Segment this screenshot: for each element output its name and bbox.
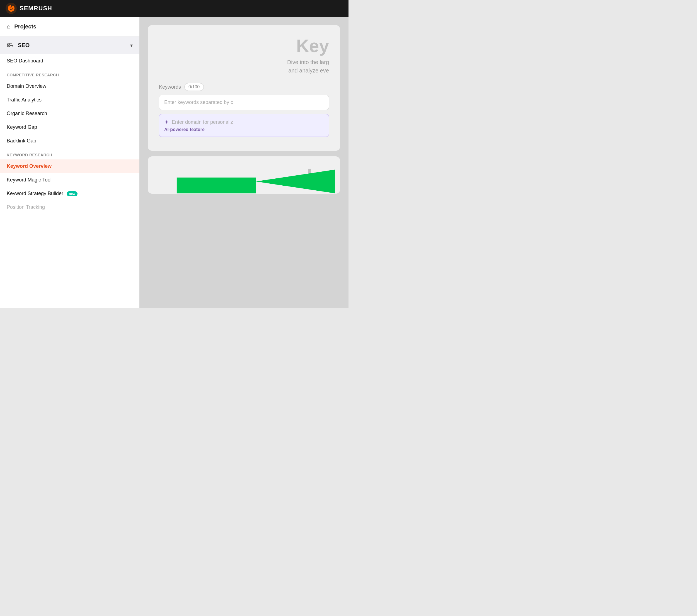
- main-layout: ⌂ Projects SEO ▾ SEO Dashboard: [0, 17, 348, 308]
- keyword-input-placeholder: Enter keywords separated by c: [164, 100, 233, 105]
- keyword-overview-label: Keyword Overview: [7, 163, 51, 169]
- keywords-count-badge: 0/100: [184, 83, 204, 91]
- second-card-partial: Lo: [148, 156, 340, 194]
- card-subtitle-line1: Dive into the larg and analyze eve: [159, 58, 329, 75]
- seo-left: SEO: [7, 42, 30, 48]
- sidebar-item-position-tracking: Position Tracking: [0, 200, 139, 214]
- keyword-gap-label: Keyword Gap: [7, 124, 37, 130]
- domain-input-row: ✦ Enter domain for personaliz: [164, 119, 324, 125]
- seo-keys-icon: [7, 42, 14, 48]
- new-badge: new: [66, 191, 77, 196]
- organic-research-label: Organic Research: [7, 111, 47, 117]
- sidebar-item-seo[interactable]: SEO ▾: [0, 36, 139, 54]
- sidebar-item-keyword-overview[interactable]: Keyword Overview: [0, 160, 139, 173]
- svg-point-1: [10, 7, 12, 10]
- domain-input-container[interactable]: ✦ Enter domain for personaliz AI-powered…: [159, 114, 329, 137]
- chevron-down-icon: ▾: [130, 42, 133, 48]
- sidebar-item-traffic-analytics[interactable]: Traffic Analytics: [0, 93, 139, 107]
- keyword-overview-card: Key Dive into the larg and analyze eve K…: [148, 25, 340, 151]
- sidebar: ⌂ Projects SEO ▾ SEO Dashboard: [0, 17, 139, 308]
- competitive-research-section: COMPETITIVE RESEARCH: [0, 68, 139, 79]
- keyword-research-section: KEYWORD RESEARCH: [0, 148, 139, 160]
- logo[interactable]: SEMRUSH: [5, 3, 52, 14]
- sidebar-item-seo-dashboard[interactable]: SEO Dashboard: [0, 54, 139, 68]
- sparkle-icon: ✦: [164, 119, 169, 125]
- domain-input-placeholder: Enter domain for personaliz: [172, 119, 233, 125]
- sidebar-item-keyword-magic-tool[interactable]: Keyword Magic Tool: [0, 173, 139, 187]
- second-card-title: Lo: [159, 165, 329, 185]
- semrush-logo-icon: [5, 3, 17, 14]
- keyword-input[interactable]: Enter keywords separated by c: [159, 95, 329, 110]
- sidebar-item-domain-overview[interactable]: Domain Overview: [0, 79, 139, 93]
- sidebar-item-organic-research[interactable]: Organic Research: [0, 107, 139, 120]
- domain-overview-label: Domain Overview: [7, 83, 46, 89]
- seo-label: SEO: [18, 42, 30, 48]
- home-icon: ⌂: [7, 23, 10, 30]
- keyword-strategy-builder-label: Keyword Strategy Builder: [7, 191, 63, 196]
- keyword-magic-tool-label: Keyword Magic Tool: [7, 177, 51, 183]
- header: SEMRUSH: [0, 0, 348, 17]
- sidebar-item-keyword-gap[interactable]: Keyword Gap: [0, 120, 139, 134]
- card-title: Key: [159, 36, 329, 56]
- traffic-analytics-label: Traffic Analytics: [7, 97, 42, 103]
- keywords-row: Keywords 0/100: [159, 83, 329, 91]
- content-area: Key Dive into the larg and analyze eve K…: [139, 17, 348, 308]
- backlink-gap-label: Backlink Gap: [7, 138, 36, 144]
- sidebar-item-projects[interactable]: ⌂ Projects: [0, 17, 139, 36]
- projects-label: Projects: [14, 24, 36, 30]
- sidebar-item-backlink-gap[interactable]: Backlink Gap: [0, 134, 139, 148]
- position-tracking-label: Position Tracking: [7, 204, 45, 210]
- keywords-label: Keywords: [159, 84, 181, 90]
- semrush-logo-text: SEMRUSH: [19, 5, 52, 12]
- sidebar-item-keyword-strategy-builder[interactable]: Keyword Strategy Builder new: [0, 187, 139, 200]
- ai-powered-label: AI-powered feature: [164, 127, 324, 132]
- seo-dashboard-label: SEO Dashboard: [7, 58, 43, 64]
